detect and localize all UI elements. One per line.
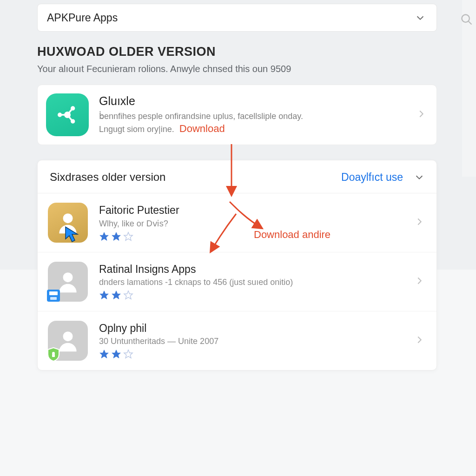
cursor-icon: [64, 225, 82, 244]
star-icon: [99, 349, 109, 359]
item-sub: Wlhy, like or Dⅵs?: [99, 218, 403, 229]
star-icon: [99, 290, 109, 300]
rating-stars: [99, 231, 403, 242]
item-title: Faitoric Putestier: [99, 204, 403, 217]
star-icon: [123, 231, 133, 242]
page-heading: HUXWOAD OLDER VERSION Your alıouıt Fecun…: [37, 45, 437, 74]
shield-badge-icon: [45, 346, 62, 363]
svg-point-20: [63, 331, 73, 341]
category-dropdown-label: APKPure Apps: [47, 12, 118, 24]
item-sub: 30 Untuntheritads — Unite 2007: [99, 337, 403, 346]
list-item[interactable]: Ratinal Insigns Appsdnders lamations -1 …: [38, 252, 436, 311]
chevron-right-icon: [414, 276, 424, 286]
item-sub: dnders lamations -1 cknaps to 456 (just …: [99, 278, 403, 287]
svg-rect-15: [49, 291, 58, 295]
featured-card-arrow: [416, 109, 426, 121]
svg-marker-18: [112, 291, 120, 299]
search-icon[interactable]: [460, 13, 473, 26]
chevron-down-icon: [414, 172, 424, 182]
save-badge-icon: [45, 287, 62, 304]
chevron-right-icon: [414, 217, 424, 227]
item-arrow: [414, 217, 424, 229]
star-icon: [99, 231, 109, 242]
item-title: Oplny phil: [99, 322, 403, 335]
svg-point-13: [63, 272, 73, 282]
list-item[interactable]: Oplny phil30 Untuntheritads — Unite 2007: [38, 311, 436, 370]
featured-app-sub-line1: ḃennfihes pesple onfirandsine uplus, fac…: [99, 112, 303, 121]
svg-marker-24: [112, 350, 120, 358]
svg-marker-10: [100, 232, 108, 240]
featured-app-sub: ḃennfihes pesple onfirandsine uplus, fac…: [99, 111, 406, 136]
svg-point-0: [462, 15, 469, 22]
svg-rect-22: [52, 354, 55, 357]
older-versions-panel: Sixdrases older version Doaylfıct use Fa…: [37, 160, 437, 370]
svg-rect-14: [47, 290, 60, 302]
star-icon: [111, 290, 121, 300]
page-title: HUXWOAD OLDER VERSION: [37, 45, 437, 59]
svg-marker-17: [100, 291, 108, 299]
item-title: Ratinal Insigns Apps: [99, 263, 403, 276]
category-dropdown[interactable]: APKPure Apps: [37, 4, 437, 32]
featured-app-sub-line2: Lngugt siom ory|ine.: [99, 125, 174, 134]
chevron-right-icon: [414, 335, 424, 345]
panel-header-title: Sixdrases older version: [50, 171, 165, 184]
rating-stars: [99, 349, 403, 359]
svg-rect-16: [50, 297, 57, 300]
app-thumb: [48, 203, 88, 243]
svg-marker-19: [124, 291, 132, 299]
star-icon: [123, 290, 133, 300]
featured-app-card[interactable]: Gluıxle ḃennfihes pesple onfirandsine up…: [37, 85, 437, 145]
star-icon: [111, 349, 121, 359]
svg-marker-12: [124, 232, 132, 240]
download-link[interactable]: Download: [179, 123, 225, 134]
app-thumb: [48, 262, 88, 302]
star-icon: [111, 231, 121, 242]
list-item[interactable]: Faitoric PutestierWlhy, like or Dⅵs?: [38, 193, 436, 252]
svg-marker-11: [112, 232, 120, 240]
item-arrow: [414, 335, 424, 347]
scrollbar-track[interactable]: [462, 0, 476, 177]
panel-header-link[interactable]: Doaylfıct use: [341, 171, 403, 184]
app-icon: [46, 93, 89, 136]
app-thumb: [48, 321, 88, 361]
page-subtitle: Your alıouıt Fecunieram rolions. Anwyle …: [37, 64, 437, 74]
star-icon: [123, 349, 133, 359]
svg-line-1: [469, 21, 472, 25]
item-arrow: [414, 276, 424, 288]
svg-point-9: [63, 213, 73, 223]
svg-marker-23: [100, 350, 108, 358]
featured-app-title: Gluıxle: [99, 94, 406, 108]
rating-stars: [99, 290, 403, 300]
panel-header[interactable]: Sixdrases older version Doaylfıct use: [38, 160, 436, 193]
svg-marker-25: [124, 350, 132, 358]
chevron-right-icon: [416, 109, 426, 119]
chevron-down-icon: [415, 13, 425, 23]
